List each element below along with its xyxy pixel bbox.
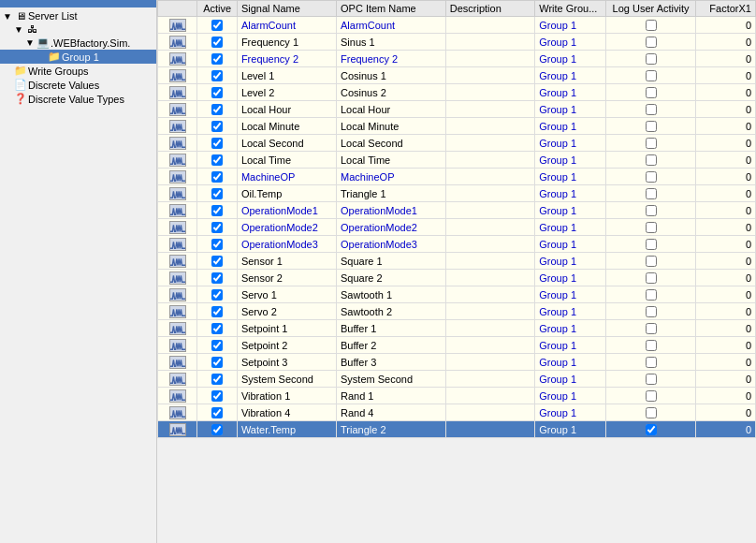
active-checkbox-18[interactable] [211,323,223,334]
table-row[interactable]: Local HourLocal HourGroup 10 [158,101,756,118]
table-row[interactable]: Vibration 4Rand 4Group 10 [158,404,756,421]
table-row[interactable]: MachineOPMachineOPGroup 10 [158,169,756,185]
table-row[interactable]: Oil.TempTriangle 1Group 10 [158,185,756,202]
log-checkbox-6[interactable] [646,121,657,132]
active-checkbox-13[interactable] [211,239,223,250]
write-group-link-15[interactable]: Group 1 [539,272,576,284]
write-group-link-2[interactable]: Group 1 [539,53,576,65]
active-checkbox-3[interactable] [211,70,223,81]
log-checkbox-10[interactable] [646,188,657,199]
log-checkbox-23[interactable] [646,407,657,418]
table-row[interactable]: OperationMode2OperationMode2Group 10 [158,219,756,236]
table-row[interactable]: Local TimeLocal TimeGroup 10 [158,152,756,169]
table-row[interactable]: OperationMode1OperationMode1Group 10 [158,202,756,219]
write-group-link-10[interactable]: Group 1 [539,188,576,199]
opc-name-link-24[interactable]: Triangle 2 [341,424,386,435]
write-group-link-24[interactable]: Group 1 [539,424,576,435]
signal-name-link-2[interactable]: Frequency 2 [241,53,298,65]
log-checkbox-12[interactable] [646,222,657,233]
write-group-link-14[interactable]: Group 1 [539,256,576,267]
write-group-link-22[interactable]: Group 1 [539,390,576,402]
log-checkbox-1[interactable] [646,37,657,48]
write-group-link-5[interactable]: Group 1 [539,104,576,115]
log-checkbox-5[interactable] [646,104,657,115]
log-checkbox-22[interactable] [646,390,657,402]
table-row[interactable]: Vibration 1Rand 1Group 10 [158,388,756,404]
signal-name-link-0[interactable]: AlarmCount [241,20,296,31]
write-group-link-23[interactable]: Group 1 [539,407,576,418]
active-checkbox-11[interactable] [211,205,223,216]
log-checkbox-16[interactable] [646,289,657,301]
table-row[interactable]: Level 2Cosinus 2Group 10 [158,84,756,101]
tree-item-0[interactable]: ▼🖥Server List [0,9,156,22]
write-group-link-13[interactable]: Group 1 [539,239,576,250]
log-checkbox-19[interactable] [646,340,657,351]
tree-item-4[interactable]: 📁Write Groups [0,64,156,78]
log-checkbox-9[interactable] [646,171,657,183]
table-row[interactable]: Frequency 1Sinus 1Group 10 [158,34,756,51]
log-checkbox-7[interactable] [646,138,657,149]
write-group-link-17[interactable]: Group 1 [539,306,576,317]
active-checkbox-23[interactable] [211,407,223,418]
table-row[interactable]: System SecondSystem SecondGroup 10 [158,371,756,388]
active-checkbox-5[interactable] [211,104,223,115]
active-checkbox-0[interactable] [211,20,223,31]
active-checkbox-6[interactable] [211,121,223,132]
opc-name-link-12[interactable]: OperationMode2 [341,222,417,233]
log-checkbox-3[interactable] [646,70,657,81]
active-checkbox-15[interactable] [211,272,223,284]
signal-name-link-13[interactable]: OperationMode3 [241,239,318,250]
table-row[interactable]: AlarmCountAlarmCountGroup 10 [158,17,756,34]
tree-item-6[interactable]: ❓Discrete Value Types [0,92,156,106]
active-checkbox-10[interactable] [211,188,223,199]
table-row[interactable]: Setpoint 3Buffer 3Group 10 [158,354,756,371]
table-row[interactable]: Local MinuteLocal MinuteGroup 10 [158,118,756,135]
active-checkbox-21[interactable] [211,374,223,385]
write-group-link-12[interactable]: Group 1 [539,222,576,233]
log-checkbox-14[interactable] [646,256,657,267]
log-checkbox-13[interactable] [646,239,657,250]
opc-name-link-11[interactable]: OperationMode1 [341,205,417,216]
active-checkbox-17[interactable] [211,306,223,317]
opc-name-link-9[interactable]: MachineOP [341,171,394,183]
log-checkbox-0[interactable] [646,20,657,31]
signal-name-link-12[interactable]: OperationMode2 [241,222,318,233]
active-checkbox-24[interactable] [211,424,223,435]
write-group-link-9[interactable]: Group 1 [539,171,576,183]
write-group-link-11[interactable]: Group 1 [539,205,576,216]
log-checkbox-18[interactable] [646,323,657,334]
signal-name-link-24[interactable]: Water.Temp [241,424,296,435]
signal-name-link-9[interactable]: MachineOP [241,171,295,183]
log-checkbox-11[interactable] [646,205,657,216]
table-row[interactable]: OperationMode3OperationMode3Group 10 [158,236,756,253]
log-checkbox-8[interactable] [646,154,657,166]
active-checkbox-14[interactable] [211,256,223,267]
write-group-link-7[interactable]: Group 1 [539,138,576,149]
log-checkbox-24[interactable] [646,424,657,435]
tree-item-2[interactable]: ▼💻.WEBfactory.Sim. [0,36,156,50]
log-checkbox-4[interactable] [646,87,657,98]
tree-item-5[interactable]: 📄Discrete Values [0,78,156,92]
write-group-link-8[interactable]: Group 1 [539,154,576,166]
active-checkbox-19[interactable] [211,340,223,351]
write-group-link-21[interactable]: Group 1 [539,374,576,385]
table-row[interactable]: Setpoint 2Buffer 2Group 10 [158,337,756,354]
write-group-link-18[interactable]: Group 1 [539,323,576,334]
table-row[interactable]: Setpoint 1Buffer 1Group 10 [158,320,756,337]
tree-item-3[interactable]: 📁Group 1 [0,50,156,64]
active-checkbox-22[interactable] [211,390,223,402]
write-group-link-1[interactable]: Group 1 [539,37,576,48]
write-group-link-20[interactable]: Group 1 [539,357,576,368]
log-checkbox-21[interactable] [646,374,657,385]
write-group-link-0[interactable]: Group 1 [539,20,576,31]
write-group-link-3[interactable]: Group 1 [539,70,576,81]
active-checkbox-16[interactable] [211,289,223,301]
log-checkbox-2[interactable] [646,53,657,65]
opc-name-link-2[interactable]: Frequency 2 [341,53,398,65]
log-checkbox-15[interactable] [646,272,657,284]
table-row[interactable]: Sensor 2Square 2Group 10 [158,270,756,286]
write-group-link-4[interactable]: Group 1 [539,87,576,98]
table-row[interactable]: Servo 2Sawtooth 2Group 10 [158,303,756,320]
write-group-link-6[interactable]: Group 1 [539,121,576,132]
active-checkbox-8[interactable] [211,154,223,166]
